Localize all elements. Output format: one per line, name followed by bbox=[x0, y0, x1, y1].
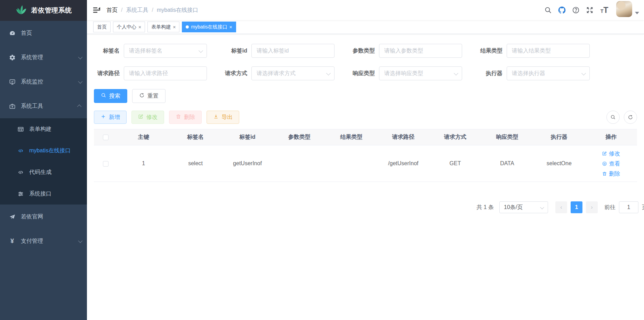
goto-page-input[interactable] bbox=[619, 201, 638, 213]
sidebar-item-system-manage[interactable]: 系统管理 bbox=[0, 45, 87, 70]
help-icon[interactable] bbox=[569, 0, 583, 20]
sidebar-item-code-gen[interactable]: 代码生成 bbox=[0, 161, 87, 183]
breadcrumb-home[interactable]: 首页 bbox=[106, 7, 118, 14]
row-edit-label: 修改 bbox=[609, 149, 620, 158]
code-icon bbox=[17, 168, 24, 176]
row-view-label: 查看 bbox=[609, 159, 620, 168]
row-edit-link[interactable]: 修改 bbox=[602, 149, 620, 158]
breadcrumb-system-tools: 系统工具 bbox=[126, 7, 148, 14]
sidebar-item-form-builder[interactable]: 表单构建 bbox=[0, 118, 87, 140]
sidebar-item-mybatis-api[interactable]: mybatis在线接口 bbox=[0, 140, 87, 161]
tab-profile[interactable]: 个人中心 × bbox=[113, 22, 145, 32]
download-icon bbox=[213, 114, 219, 121]
result-type-field[interactable] bbox=[507, 44, 590, 58]
table-toolbar: 新增 修改 删除 导出 bbox=[94, 111, 637, 124]
param-type-field[interactable] bbox=[379, 44, 462, 58]
tag-id-input[interactable] bbox=[251, 44, 335, 58]
sidebar-item-system-api[interactable]: 系统接口 bbox=[0, 183, 87, 205]
request-method-select-input[interactable] bbox=[251, 66, 335, 80]
row-delete-link[interactable]: 删除 bbox=[602, 169, 620, 178]
tag-name-select[interactable] bbox=[124, 44, 207, 58]
executor-select[interactable] bbox=[507, 66, 590, 80]
add-button[interactable]: 新增 bbox=[94, 111, 127, 124]
tag-name-select-input[interactable] bbox=[124, 44, 207, 58]
cell-key: 1 bbox=[118, 145, 169, 182]
top-navbar: 首页 / 系统工具 / mybatis在线接口 TT bbox=[87, 0, 644, 20]
sidebar-item-label: 系统管理 bbox=[21, 54, 78, 61]
export-button[interactable]: 导出 bbox=[207, 111, 239, 124]
page-size-select[interactable]: 10条/页 bbox=[499, 201, 548, 213]
param-type-input[interactable] bbox=[379, 44, 462, 58]
request-method-select[interactable] bbox=[251, 66, 335, 80]
sidebar-item-home[interactable]: 首页 bbox=[0, 21, 87, 45]
active-dot-icon bbox=[186, 25, 189, 29]
refresh-icon bbox=[139, 93, 145, 99]
yen-icon: ¥ bbox=[8, 237, 16, 245]
col-header: 响应类型 bbox=[481, 129, 533, 145]
prev-page-button[interactable]: ‹ bbox=[555, 201, 567, 213]
toolbox-icon bbox=[8, 102, 16, 110]
request-path-field[interactable] bbox=[124, 66, 207, 80]
user-menu[interactable] bbox=[616, 1, 639, 19]
tag-id-field[interactable] bbox=[251, 44, 335, 58]
refresh-icon[interactable] bbox=[624, 111, 637, 124]
sidebar-fold-icon[interactable] bbox=[87, 0, 106, 20]
row-view-link[interactable]: 查看 bbox=[602, 159, 620, 168]
field-label: 结果类型 bbox=[477, 47, 507, 55]
executor-select-input[interactable] bbox=[507, 66, 590, 80]
app-title: 若依管理系统 bbox=[31, 6, 72, 15]
delete-button[interactable]: 删除 bbox=[169, 111, 202, 124]
request-path-input[interactable] bbox=[124, 66, 207, 80]
navbar-actions: TT bbox=[541, 0, 644, 20]
fullscreen-icon[interactable] bbox=[583, 0, 597, 20]
breadcrumb: 首页 / 系统工具 / mybatis在线接口 bbox=[106, 7, 198, 14]
col-header: 标签名 bbox=[169, 129, 221, 145]
select-all-checkbox[interactable] bbox=[103, 135, 108, 140]
row-checkbox[interactable] bbox=[103, 161, 108, 167]
sidebar-item-system-monitor[interactable]: 系统监控 bbox=[0, 70, 87, 94]
result-type-input[interactable] bbox=[507, 44, 590, 58]
sidebar-item-payment-manage[interactable]: ¥ 支付管理 bbox=[0, 229, 87, 253]
sidebar-item-ruoyi-site[interactable]: 若依官网 bbox=[0, 205, 87, 229]
reset-button-label: 重置 bbox=[147, 93, 159, 100]
goto-label: 前往 bbox=[604, 204, 615, 211]
reset-button[interactable]: 重置 bbox=[132, 89, 166, 103]
cell-request-path: /getUserInof bbox=[377, 145, 429, 182]
response-type-select[interactable] bbox=[379, 66, 462, 80]
col-header: 请求路径 bbox=[377, 129, 429, 145]
edit-button[interactable]: 修改 bbox=[131, 111, 164, 124]
pagination: 共 1 条 10条/页 ‹ 1 › 前往 页 bbox=[94, 201, 644, 213]
gear-icon bbox=[8, 54, 16, 61]
search-icon[interactable] bbox=[541, 0, 555, 20]
search-button[interactable]: 搜索 bbox=[94, 89, 127, 103]
search-form-row-2: 请求路径 请求方式 响应类型 执行器 bbox=[94, 66, 637, 80]
tab-home[interactable]: 首页 bbox=[93, 22, 111, 32]
logo-bar[interactable]: 若依管理系统 bbox=[0, 0, 87, 21]
cell-result-type bbox=[325, 145, 377, 182]
search-icon bbox=[101, 93, 106, 99]
github-icon[interactable] bbox=[555, 0, 569, 20]
chevron-down-icon bbox=[78, 55, 83, 59]
code-icon bbox=[17, 147, 24, 154]
show-search-icon[interactable] bbox=[606, 111, 620, 124]
sidebar-item-system-tools[interactable]: 系统工具 bbox=[0, 94, 87, 118]
close-icon[interactable]: × bbox=[138, 24, 141, 30]
font-size-icon[interactable]: TT bbox=[597, 6, 612, 15]
close-icon[interactable]: × bbox=[173, 24, 176, 30]
field-label: 标签id bbox=[222, 47, 251, 55]
breadcrumb-separator: / bbox=[152, 7, 153, 13]
current-page-button[interactable]: 1 bbox=[571, 201, 582, 213]
form-item-tag-id: 标签id bbox=[222, 44, 335, 58]
tab-form-builder[interactable]: 表单构建 × bbox=[147, 22, 179, 32]
close-icon[interactable]: × bbox=[230, 24, 232, 30]
next-page-button[interactable]: › bbox=[586, 201, 598, 213]
ruoyi-logo-icon bbox=[15, 4, 27, 17]
cell-param-type bbox=[273, 145, 325, 182]
tab-mybatis-api[interactable]: mybatis在线接口 × bbox=[182, 22, 236, 32]
response-type-select-input[interactable] bbox=[379, 66, 462, 80]
col-header: 操作 bbox=[585, 129, 637, 145]
avatar[interactable] bbox=[616, 1, 632, 17]
form-item-request-path: 请求路径 bbox=[94, 66, 207, 80]
tab-label: 首页 bbox=[97, 24, 107, 30]
table-row[interactable]: 1 select getUserInof /getUserInof GET DA… bbox=[94, 145, 637, 182]
